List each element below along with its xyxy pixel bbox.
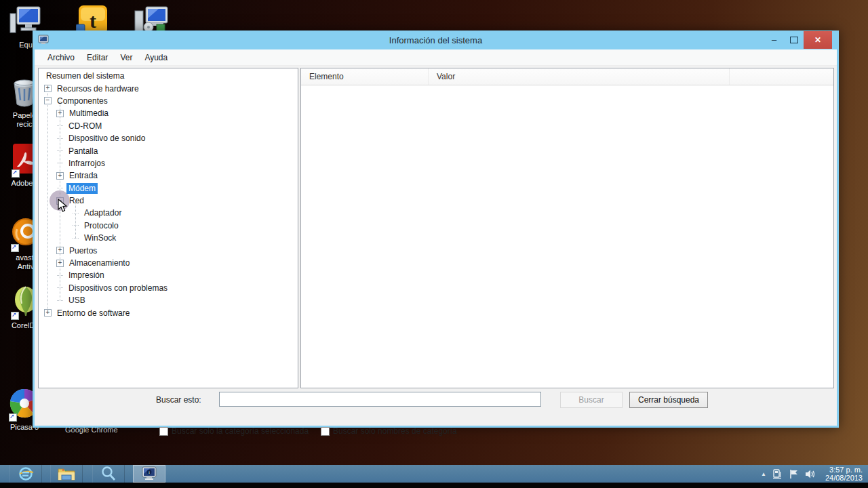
network-icon[interactable] [772,469,783,479]
tree-collapse-icon[interactable]: − [44,97,52,104]
tree-item-label: Resumen del sistema [44,70,126,81]
tree-expand-icon[interactable]: + [56,247,64,254]
tree-item-pantalla[interactable]: Pantalla [39,144,298,157]
installer-icon [134,5,170,33]
tree-connector [73,213,79,214]
tree-item-dispositivo-de-sonido[interactable]: Dispositivo de sonido [39,132,298,144]
volume-icon[interactable] [805,469,816,479]
tree-item-entorno-de-software[interactable]: +Entorno de software [39,306,298,319]
search-button[interactable]: Buscar [560,392,623,408]
maximize-icon [790,37,798,43]
checkbox-category-names[interactable]: Buscar solo nombres de categoría [321,426,457,436]
column-header-valor[interactable]: Valor [429,68,730,85]
menu-ver[interactable]: Ver [114,53,138,62]
tree-item-label: CD-ROM [66,121,104,131]
tree-item-resumen-del-sistema[interactable]: Resumen del sistema [39,70,298,82]
tree-item-red[interactable]: −Red [39,195,298,207]
taskbar-file-explorer-button[interactable] [50,465,83,483]
column-header-elemento[interactable]: Elemento [301,68,429,85]
tree-expand-icon[interactable]: + [56,172,64,180]
list-header: Elemento Valor [301,68,833,85]
tree-item-label: Entrada [67,170,100,181]
maximize-button[interactable] [784,30,804,49]
taskbar: i ▲ 3:57 p. m. 24/08/2013 [0,465,868,483]
show-hidden-icons-button[interactable]: ▲ [761,471,766,477]
tree-item-label: Infrarrojos [66,158,107,169]
tree-expand-icon[interactable]: + [44,85,52,92]
tree-item-infrarrojos[interactable]: Infrarrojos [39,157,298,169]
tree-connector [73,225,79,226]
taskbar-internet-explorer-button[interactable] [9,465,42,483]
tree-item-usb[interactable]: USB [39,294,298,306]
search-icon [100,466,117,482]
checkbox-icon[interactable] [159,427,168,436]
system-information-window: Información del sistema – ✕ Archivo Edit… [33,30,839,428]
tree-connector [57,287,63,288]
tree-item-dispositivos-con-problemas[interactable]: Dispositivos con problemas [39,282,298,294]
taskbar-search-button[interactable] [92,465,125,483]
tree-item-adaptador[interactable]: Adaptador [39,207,298,219]
screen-bottom-strip [0,483,868,488]
detail-list-panel: Elemento Valor [300,68,834,388]
tree-item-label: Dispositivo de sonido [66,133,147,144]
menu-ayuda[interactable]: Ayuda [138,53,174,62]
svg-text:t: t [90,9,96,32]
checkbox-icon[interactable] [321,427,330,436]
tree-item-label: Recursos de hardware [55,83,141,94]
close-button[interactable]: ✕ [804,31,832,49]
tree-item-winsock[interactable]: WinSock [39,232,298,244]
mouse-cursor-icon [58,199,68,213]
tree-item-entrada[interactable]: +Entrada [39,169,298,182]
search-label: Buscar esto: [156,395,201,405]
titlebar[interactable]: Información del sistema – ✕ [33,30,839,49]
checkbox-label: Buscar solo la categoría seleccionada [172,426,309,436]
tree-item-label: Puertos [67,245,99,256]
menu-archivo[interactable]: Archivo [41,53,81,62]
tree-item-label: Multimedia [67,108,111,119]
tree-item-label: Módem [66,183,98,194]
tree-expand-icon[interactable]: + [56,110,64,117]
window-title: Información del sistema [33,35,839,45]
tree-item-label: Adaptador [82,207,123,218]
taskbar-system-information-button[interactable]: i [133,465,165,483]
tumblr-icon: t [76,5,108,34]
tree-connector [57,138,63,139]
tree-item-multimedia[interactable]: +Multimedia [39,107,298,119]
system-tray: ▲ 3:57 p. m. 24/08/2013 [761,465,867,483]
tree-expand-icon[interactable]: + [56,260,64,267]
tree-connector [73,238,79,239]
tree-item-label: USB [66,295,87,306]
menu-editar[interactable]: Editar [81,53,114,62]
tree-item-label: Almacenamiento [67,258,132,268]
tree-expand-icon[interactable]: + [44,309,52,317]
tree-item-impresión[interactable]: Impresión [39,269,298,281]
clock-time: 3:57 p. m. [825,466,863,474]
search-input[interactable] [219,392,541,407]
internet-explorer-icon [18,466,34,481]
tree-connector [57,150,63,151]
tree-connector [57,300,63,301]
tree-item-recursos-de-hardware[interactable]: +Recursos de hardware [39,82,298,94]
tree-item-label: WinSock [82,232,118,243]
shortcut-arrow-icon [11,244,19,252]
tree-connector [57,188,63,188]
clock-date: 24/08/2013 [825,474,863,482]
tree-item-label: Red [67,195,86,206]
close-search-button[interactable]: Cerrar búsqueda [629,392,708,408]
checkbox-selected-category[interactable]: Buscar solo la categoría seleccionada [159,426,309,436]
tree-item-puertos[interactable]: +Puertos [39,244,298,256]
tree-item-componentes[interactable]: −Componentes [39,95,298,107]
file-explorer-icon [58,466,75,481]
tree-connector [57,275,63,276]
tree-item-módem[interactable]: Módem [39,182,298,195]
svg-text:i: i [149,470,150,475]
tree-item-cd-rom[interactable]: CD-ROM [39,120,298,132]
checkbox-label: Buscar solo nombres de categoría [333,426,457,436]
tree-item-almacenamiento[interactable]: +Almacenamiento [39,257,298,269]
tree-item-protocolo[interactable]: Protocolo [39,220,298,232]
shortcut-arrow-icon [9,413,17,422]
action-center-flag-icon[interactable] [789,469,799,479]
clock[interactable]: 3:57 p. m. 24/08/2013 [825,466,863,482]
minimize-button[interactable]: – [764,30,784,49]
shortcut-arrow-icon [11,312,19,320]
